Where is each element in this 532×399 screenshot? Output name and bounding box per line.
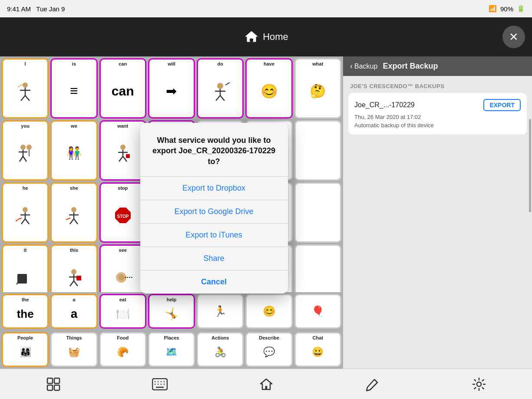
- cat-people[interactable]: People 👨‍👩‍👧: [2, 332, 49, 367]
- close-icon: ✕: [509, 30, 519, 44]
- svg-rect-82: [47, 385, 53, 390]
- battery: 90%: [500, 5, 513, 13]
- aac-cell-have[interactable]: have 😊: [245, 58, 292, 119]
- svg-point-14: [20, 145, 26, 150]
- svg-rect-83: [54, 385, 59, 390]
- edit-button[interactable]: [362, 373, 383, 395]
- back-chevron-icon: ‹: [350, 62, 353, 71]
- aac-cell-he[interactable]: he: [2, 182, 49, 243]
- status-bar: 9:41 AM Tue Jan 9 📶 90% 🔋: [0, 0, 532, 17]
- aac-cell-she[interactable]: she: [50, 182, 97, 243]
- aac-cell-a[interactable]: a a: [50, 294, 97, 329]
- close-button[interactable]: ✕: [502, 26, 525, 48]
- aac-cell-eat[interactable]: eat 🍽️: [99, 294, 146, 329]
- backup-desc: Automatic backup of this device: [354, 122, 521, 129]
- export-button[interactable]: EXPORT: [483, 99, 521, 111]
- aac-cell-blank-6: [294, 182, 341, 243]
- svg-point-21: [120, 145, 126, 150]
- category-row: People 👨‍👩‍👧 Things 🧺 Food 🥐 Places 🗺️ A…: [0, 330, 343, 369]
- cat-actions[interactable]: Actions 🚴: [197, 332, 244, 367]
- svg-line-13: [225, 82, 230, 85]
- export-dropbox-button[interactable]: Export to Dropbox: [151, 177, 278, 200]
- export-google-drive-button[interactable]: Export to Google Drive: [151, 200, 278, 223]
- aac-cell-is[interactable]: is ≡: [50, 58, 97, 119]
- svg-point-49: [71, 269, 76, 274]
- aac-cell-stop[interactable]: stop STOP: [99, 182, 146, 243]
- svg-line-6: [25, 96, 30, 101]
- back-label: Backup: [354, 63, 377, 70]
- aac-cell-what[interactable]: what 🤔: [294, 58, 341, 119]
- cancel-button[interactable]: Cancel: [151, 270, 278, 293]
- aac-cell-we[interactable]: we 👫: [50, 120, 97, 181]
- cat-chat[interactable]: Chat 😀: [294, 332, 341, 367]
- cat-things[interactable]: Things 🧺: [50, 332, 97, 367]
- bottom-toolbar: [0, 369, 532, 399]
- aac-cell-i[interactable]: I: [2, 58, 49, 119]
- modal-title: What service would you like to export Jo…: [151, 135, 278, 167]
- cat-describe[interactable]: Describe 💬: [245, 332, 292, 367]
- aac-cell-you[interactable]: you: [2, 120, 49, 181]
- svg-point-19: [26, 145, 32, 150]
- right-panel: ‹ Backup Export Backup JOE'S CRESCENDO™ …: [343, 56, 532, 369]
- svg-line-5: [21, 96, 25, 101]
- svg-rect-81: [54, 378, 59, 383]
- svg-text:STOP: STOP: [117, 214, 129, 219]
- backup-item-row: Joe_CR_...-170229 EXPORT: [354, 99, 521, 111]
- home-nav-icon: [244, 29, 259, 45]
- svg-line-35: [21, 219, 25, 224]
- nav-bar: Home ✕: [0, 17, 532, 56]
- export-backup-title: Export Backup: [383, 62, 438, 71]
- scroll-indicator: [529, 119, 531, 213]
- backup-item: Joe_CR_...-170229 EXPORT Thu, 26 Mar 202…: [348, 93, 527, 135]
- aac-cell-blank-15: 🎈: [294, 294, 341, 329]
- eat-help-row: the the a a eat 🍽️ help 🤸 🏃 😊 🎈: [0, 292, 343, 330]
- svg-line-17: [20, 156, 23, 162]
- aac-cell-want[interactable]: want: [99, 120, 146, 181]
- svg-point-2: [23, 82, 28, 88]
- settings-button[interactable]: [468, 373, 490, 395]
- export-itunes-button[interactable]: Export to iTunes: [151, 224, 278, 247]
- backup-section-title: JOE'S CRESCENDO™ BACKUPS: [343, 76, 532, 93]
- svg-rect-1: [251, 39, 253, 42]
- svg-rect-54: [76, 276, 81, 280]
- backup-filename: Joe_CR_...-170229: [354, 101, 415, 109]
- home-toolbar-button[interactable]: [255, 373, 277, 395]
- status-right: 📶 90% 🔋: [489, 5, 525, 13]
- backup-date: Thu, 26 Mar 2020 at 17:02: [354, 114, 521, 120]
- svg-rect-80: [47, 378, 53, 383]
- svg-line-53: [74, 281, 78, 286]
- svg-point-8: [217, 83, 223, 89]
- svg-line-18: [23, 156, 26, 162]
- keyboard-button[interactable]: [149, 373, 171, 395]
- back-button[interactable]: ‹ Backup: [350, 62, 377, 71]
- svg-rect-26: [126, 154, 130, 158]
- home-button[interactable]: Home: [244, 29, 288, 45]
- cat-places[interactable]: Places 🗺️: [148, 332, 195, 367]
- svg-line-42: [70, 219, 74, 224]
- svg-rect-0: [250, 39, 251, 42]
- grid-view-button[interactable]: [43, 373, 64, 395]
- export-modal: What service would you like to export Jo…: [140, 123, 288, 293]
- wifi-icon: 📶: [489, 5, 497, 13]
- date: Tue Jan 9: [36, 5, 65, 13]
- svg-line-12: [220, 96, 225, 101]
- time: 9:41 AM: [7, 5, 31, 13]
- svg-line-43: [74, 219, 78, 224]
- aac-cell-blank-3: [294, 120, 341, 181]
- aac-cell-can[interactable]: can can: [99, 58, 146, 119]
- aac-cell-do[interactable]: do: [197, 58, 244, 119]
- svg-point-94: [477, 382, 481, 386]
- cat-food[interactable]: Food 🥐: [99, 332, 146, 367]
- aac-cell-the[interactable]: the the: [2, 294, 49, 329]
- aac-cell-blank-14: 😊: [245, 294, 292, 329]
- svg-line-7: [18, 84, 23, 87]
- aac-cell-will[interactable]: will ➡: [148, 58, 195, 119]
- status-time-date: 9:41 AM Tue Jan 9: [7, 5, 65, 13]
- aac-cell-help[interactable]: help 🤸: [148, 294, 195, 329]
- svg-line-36: [25, 219, 29, 224]
- share-button[interactable]: Share: [151, 247, 278, 270]
- svg-line-52: [70, 281, 74, 286]
- svg-point-32: [23, 207, 28, 212]
- svg-line-24: [119, 156, 123, 162]
- aac-cell-blank-13: 🏃: [197, 294, 244, 329]
